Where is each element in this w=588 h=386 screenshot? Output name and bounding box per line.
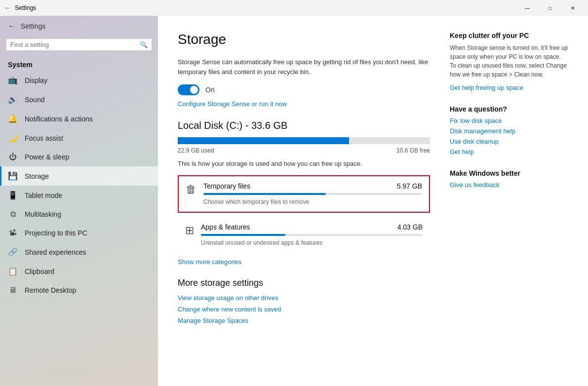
change-content-saved-link[interactable]: Change where new content is saved xyxy=(178,306,430,313)
sidebar-search-box[interactable]: 🔍 xyxy=(6,39,152,51)
disk-bar-used xyxy=(178,137,349,144)
configure-storage-link[interactable]: Configure Storage Sense or run it now xyxy=(178,100,287,108)
show-more-container: Show more categories xyxy=(178,257,430,266)
sound-icon: 🔊 xyxy=(8,95,18,104)
disk-used-label: 22.9 GB used xyxy=(178,147,214,154)
sidebar-item-label: Sound xyxy=(25,96,44,104)
disk-bar-container xyxy=(178,137,430,144)
sidebar-item-label: Storage xyxy=(25,172,49,180)
fix-low-disk-link[interactable]: Fix low disk space xyxy=(450,117,568,124)
temp-files-header: Temporary files 5.97 GB xyxy=(203,182,422,190)
sidebar-item-label: Display xyxy=(25,77,47,84)
apps-bar xyxy=(201,234,423,236)
sidebar-item-display[interactable]: 📺 Display xyxy=(0,71,158,90)
get-help-freeing-link[interactable]: Get help freeing up space xyxy=(450,84,568,91)
maximize-button[interactable]: □ xyxy=(539,0,561,16)
get-help-link[interactable]: Get help xyxy=(450,148,568,155)
sidebar-back-icon: ← xyxy=(8,22,16,31)
have-question-section: Have a question? Fix low disk space Disk… xyxy=(450,105,568,155)
disk-management-help-link[interactable]: Disk management help xyxy=(450,127,568,135)
keep-clutter-desc: When Storage sense is turned on, it'll f… xyxy=(450,43,568,79)
titlebar-left: ← Settings xyxy=(4,4,36,12)
temp-files-size: 5.97 GB xyxy=(397,182,422,190)
storage-item-apps[interactable]: ⊞ Apps & features 4.03 GB Uninstall unus… xyxy=(178,217,430,253)
give-feedback-link[interactable]: Give us feedback xyxy=(450,181,568,189)
sidebar-item-label: Multitasking xyxy=(25,210,61,218)
apps-icon: ⊞ xyxy=(185,224,194,237)
sidebar: ← Settings 🔍 System 📺 Display 🔊 Sound 🔔 … xyxy=(0,16,158,386)
view-storage-usage-link[interactable]: View storage usage on other drives xyxy=(178,294,430,302)
power-icon: ⏻ xyxy=(8,153,18,161)
show-more-link[interactable]: Show more categories xyxy=(178,258,241,266)
sidebar-item-label: Power & sleep xyxy=(25,153,69,161)
titlebar-title: Settings xyxy=(15,4,36,11)
storage-info: This is how your storage is used and how… xyxy=(178,160,430,167)
sidebar-item-multitasking[interactable]: ⧉ Multitasking xyxy=(0,205,158,224)
sidebar-item-label: Clipboard xyxy=(25,268,54,275)
keep-clutter-section: Keep clutter off your PC When Storage se… xyxy=(450,32,568,91)
multitasking-icon: ⧉ xyxy=(8,210,18,219)
apps-size: 4.03 GB xyxy=(397,223,423,231)
sidebar-item-label: Notifications & actions xyxy=(25,115,93,123)
display-icon: 📺 xyxy=(8,76,18,85)
toggle-row: On xyxy=(178,84,430,95)
notifications-icon: 🔔 xyxy=(8,114,18,123)
make-windows-title: Make Windows better xyxy=(450,169,568,177)
disk-section: Local Disk (C:) - 33.6 GB 22.9 GB used 1… xyxy=(178,120,430,167)
sidebar-item-label: Focus assist xyxy=(25,134,63,142)
search-icon: 🔍 xyxy=(140,41,148,48)
main-content: Storage Storage Sense can automatically … xyxy=(158,16,588,386)
storage-sense-toggle[interactable] xyxy=(178,84,199,95)
storage-icon: 💾 xyxy=(8,171,18,181)
apps-name: Apps & features xyxy=(201,223,250,231)
temp-files-desc: Choose which temporary files to remove xyxy=(203,198,309,205)
temp-files-icon: 🗑 xyxy=(186,183,196,196)
page-title: Storage xyxy=(178,32,430,47)
more-storage-title: More storage settings xyxy=(178,278,430,288)
sidebar-section-title: System xyxy=(0,57,158,71)
sidebar-item-projecting[interactable]: 📽 Projecting to this PC xyxy=(0,224,158,242)
temp-files-body: Temporary files 5.97 GB Choose which tem… xyxy=(203,182,422,206)
sidebar-item-label: Tablet mode xyxy=(25,192,62,199)
storage-sense-description: Storage Sense can automatically free up … xyxy=(178,57,430,77)
have-question-title: Have a question? xyxy=(450,105,568,113)
minimize-button[interactable]: — xyxy=(516,0,539,16)
tablet-icon: 📱 xyxy=(8,191,18,200)
manage-storage-spaces-link[interactable]: Manage Storage Spaces xyxy=(178,317,430,324)
sidebar-back[interactable]: ← Settings xyxy=(0,16,158,37)
sidebar-item-label: Projecting to this PC xyxy=(25,229,87,237)
sidebar-item-focus[interactable]: 🌙 Focus assist xyxy=(0,128,158,148)
temp-files-bar-fill xyxy=(203,193,326,195)
sidebar-item-notifications[interactable]: 🔔 Notifications & actions xyxy=(0,109,158,128)
content-area: Storage Storage Sense can automatically … xyxy=(178,32,430,370)
disk-bar-bg xyxy=(178,137,430,144)
make-windows-better-section: Make Windows better Give us feedback xyxy=(450,169,568,189)
temp-files-bar xyxy=(203,193,422,195)
shared-icon: 🔗 xyxy=(8,247,18,257)
disk-labels: 22.9 GB used 10.6 GB free xyxy=(178,147,430,154)
sidebar-item-storage[interactable]: 💾 Storage xyxy=(0,166,158,186)
titlebar-controls: — □ ✕ xyxy=(516,0,584,16)
disk-title: Local Disk (C:) - 33.6 GB xyxy=(178,120,430,131)
back-icon[interactable]: ← xyxy=(4,4,11,12)
right-panel: Keep clutter off your PC When Storage se… xyxy=(450,32,568,370)
sidebar-item-shared[interactable]: 🔗 Shared experiences xyxy=(0,242,158,262)
sidebar-item-remote[interactable]: 🖥 Remote Desktop xyxy=(0,281,158,300)
clipboard-icon: 📋 xyxy=(8,267,18,276)
remote-icon: 🖥 xyxy=(8,286,18,295)
use-disk-cleanup-link[interactable]: Use disk cleanup xyxy=(450,138,568,145)
focus-icon: 🌙 xyxy=(8,133,18,143)
close-button[interactable]: ✕ xyxy=(561,0,584,16)
sidebar-item-label: Remote Desktop xyxy=(25,286,76,294)
sidebar-app-title: Settings xyxy=(21,22,46,30)
sidebar-item-clipboard[interactable]: 📋 Clipboard xyxy=(0,262,158,281)
toggle-label: On xyxy=(205,86,215,94)
sidebar-item-tablet[interactable]: 📱 Tablet mode xyxy=(0,186,158,205)
keep-clutter-title: Keep clutter off your PC xyxy=(450,32,568,39)
storage-item-temp[interactable]: 🗑 Temporary files 5.97 GB Choose which t… xyxy=(178,175,430,213)
sidebar-item-sound[interactable]: 🔊 Sound xyxy=(0,90,158,109)
search-input[interactable] xyxy=(10,41,140,48)
projecting-icon: 📽 xyxy=(8,229,18,237)
sidebar-item-power[interactable]: ⏻ Power & sleep xyxy=(0,148,158,166)
app-body: ← Settings 🔍 System 📺 Display 🔊 Sound 🔔 … xyxy=(0,16,588,386)
